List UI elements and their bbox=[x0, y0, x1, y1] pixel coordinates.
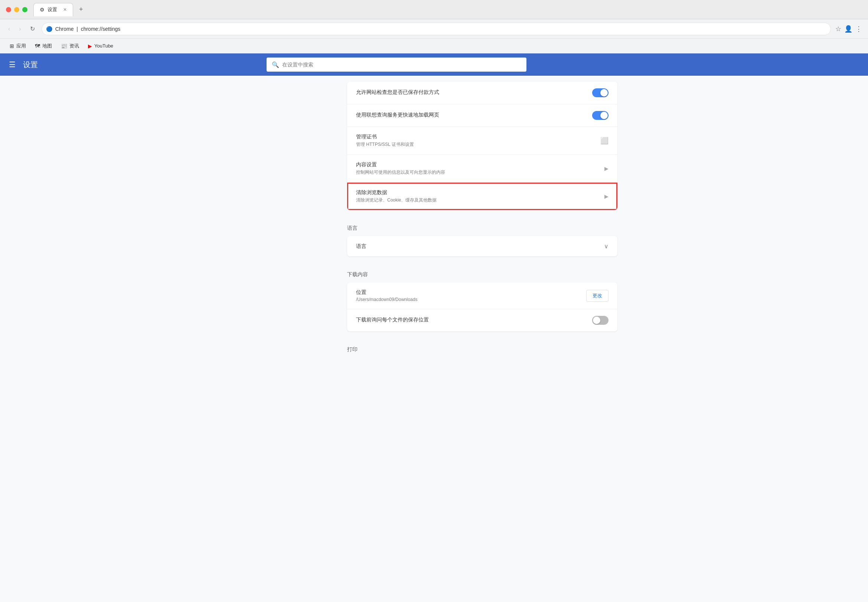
ask-download-row[interactable]: 下载前询问每个文件的保存位置 bbox=[347, 309, 618, 332]
change-location-button[interactable]: 更改 bbox=[586, 290, 608, 302]
download-location-path: /Users/macdown09/Downloads bbox=[356, 297, 586, 302]
window-controls bbox=[6, 7, 28, 12]
download-location-title: 位置 bbox=[356, 289, 586, 296]
print-section-label: 打印 bbox=[347, 337, 618, 356]
certs-row[interactable]: 管理证书 管理 HTTPS/SSL 证书和设置 ⬜ bbox=[347, 127, 618, 155]
ask-download-toggle-thumb bbox=[593, 316, 600, 324]
active-tab[interactable]: ⚙ 设置 ✕ bbox=[34, 3, 73, 16]
youtube-icon: ▶ bbox=[88, 43, 92, 49]
download-location-action: 更改 bbox=[586, 290, 608, 302]
payment-title: 允许网站检查您是否已保存付款方式 bbox=[356, 89, 592, 96]
close-button[interactable] bbox=[6, 7, 11, 12]
clear-chevron-icon: ▶ bbox=[604, 194, 608, 199]
site-icon: 🔵 bbox=[46, 26, 52, 32]
external-link-icon: ⬜ bbox=[600, 137, 608, 145]
language-card: 语言 ∨ bbox=[347, 236, 618, 256]
payment-text: 允许网站检查您是否已保存付款方式 bbox=[356, 89, 592, 97]
minimize-button[interactable] bbox=[14, 7, 19, 12]
download-location-row[interactable]: 位置 /Users/macdown09/Downloads 更改 bbox=[347, 283, 618, 309]
certs-subtitle: 管理 HTTPS/SSL 证书和设置 bbox=[356, 141, 600, 148]
bookmark-apps-label: 应用 bbox=[16, 43, 26, 49]
language-section-label: 语言 bbox=[347, 216, 618, 236]
tab-icon: ⚙ bbox=[40, 7, 45, 12]
settings-container: ☰ 设置 🔍 允许网站检查您是否已保存付款方式 bbox=[0, 54, 868, 602]
settings-body: 允许网站检查您是否已保存付款方式 使用联想查询服务更快速地加载网页 bbox=[0, 76, 868, 602]
download-location-text: 位置 /Users/macdown09/Downloads bbox=[356, 289, 586, 302]
bookmark-news[interactable]: 📰 资讯 bbox=[57, 41, 83, 51]
bookmark-maps-label: 地图 bbox=[42, 43, 52, 49]
back-button[interactable]: ‹ bbox=[6, 24, 12, 34]
privacy-settings-card: 允许网站检查您是否已保存付款方式 使用联想查询服务更快速地加载网页 bbox=[347, 81, 618, 210]
maximize-button[interactable] bbox=[22, 7, 28, 12]
search-icon: 🔍 bbox=[272, 61, 279, 68]
new-tab-button[interactable]: + bbox=[76, 4, 86, 15]
settings-title: 设置 bbox=[23, 60, 38, 70]
tab-bar: ⚙ 设置 ✕ + bbox=[34, 3, 862, 16]
clear-browsing-title: 清除浏览数据 bbox=[356, 189, 604, 196]
download-card: 位置 /Users/macdown09/Downloads 更改 下载前询问每个… bbox=[347, 283, 618, 332]
bookmark-maps[interactable]: 🗺 地图 bbox=[31, 41, 56, 51]
bookmark-button[interactable]: ☆ bbox=[835, 25, 841, 33]
content-subtitle: 控制网站可使用的信息以及可向您显示的内容 bbox=[356, 169, 604, 175]
prefetch-toggle[interactable] bbox=[592, 111, 608, 120]
settings-search-input[interactable] bbox=[282, 61, 521, 68]
prefetch-text: 使用联想查询服务更快速地加载网页 bbox=[356, 112, 592, 120]
address-bar: ‹ › ↻ 🔵 ☆ 👤 ⋮ bbox=[0, 19, 868, 38]
news-icon: 📰 bbox=[61, 43, 67, 49]
prefetch-toggle-thumb bbox=[600, 112, 608, 119]
ask-download-toggle[interactable] bbox=[592, 316, 608, 325]
settings-main: 允许网站检查您是否已保存付款方式 使用联想查询服务更快速地加载网页 bbox=[97, 76, 868, 602]
settings-search-bar: 🔍 bbox=[267, 58, 527, 72]
maps-icon: 🗺 bbox=[35, 43, 40, 49]
ask-download-text: 下载前询问每个文件的保存位置 bbox=[356, 316, 592, 324]
bookmark-youtube[interactable]: ▶ YouTube bbox=[84, 41, 117, 51]
prefetch-row[interactable]: 使用联想查询服务更快速地加载网页 bbox=[347, 104, 618, 127]
address-wrap: 🔵 bbox=[41, 23, 831, 35]
language-row-action: ∨ bbox=[604, 243, 608, 250]
prefetch-title: 使用联想查询服务更快速地加载网页 bbox=[356, 112, 592, 118]
address-input[interactable] bbox=[41, 23, 831, 35]
bookmarks-bar: ⊞ 应用 🗺 地图 📰 资讯 ▶ YouTube bbox=[0, 38, 868, 54]
ask-download-title: 下载前询问每个文件的保存位置 bbox=[356, 316, 592, 323]
payment-action bbox=[592, 88, 608, 97]
refresh-button[interactable]: ↻ bbox=[28, 24, 37, 34]
content-row[interactable]: 内容设置 控制网站可使用的信息以及可向您显示的内容 ▶ bbox=[347, 155, 618, 183]
clear-browsing-row[interactable]: 清除浏览数据 清除浏览记录、Cookie、缓存及其他数据 ▶ bbox=[347, 183, 618, 210]
profile-button[interactable]: 👤 bbox=[844, 25, 853, 33]
settings-menu-icon[interactable]: ☰ bbox=[9, 60, 15, 69]
payment-toggle-thumb bbox=[600, 89, 608, 97]
download-section-label: 下载内容 bbox=[347, 263, 618, 283]
tab-title: 设置 bbox=[48, 6, 57, 13]
prefetch-action bbox=[592, 111, 608, 120]
language-chevron-icon: ∨ bbox=[604, 243, 608, 250]
apps-icon: ⊞ bbox=[10, 43, 14, 49]
content-text: 内容设置 控制网站可使用的信息以及可向您显示的内容 bbox=[356, 161, 604, 175]
forward-button[interactable]: › bbox=[17, 24, 23, 34]
settings-sidebar bbox=[0, 76, 97, 602]
clear-browsing-subtitle: 清除浏览记录、Cookie、缓存及其他数据 bbox=[356, 197, 604, 203]
bookmark-news-label: 资讯 bbox=[69, 43, 79, 49]
language-row-text: 语言 bbox=[356, 243, 604, 250]
address-actions: ☆ 👤 ⋮ bbox=[835, 25, 862, 33]
language-row[interactable]: 语言 ∨ bbox=[347, 236, 618, 256]
certs-text: 管理证书 管理 HTTPS/SSL 证书和设置 bbox=[356, 134, 600, 148]
title-bar: ⚙ 设置 ✕ + bbox=[0, 0, 868, 19]
ask-download-action bbox=[592, 316, 608, 325]
settings-content: 允许网站检查您是否已保存付款方式 使用联想查询服务更快速地加载网页 bbox=[341, 76, 623, 356]
bookmark-apps[interactable]: ⊞ 应用 bbox=[6, 41, 30, 51]
bookmark-youtube-label: YouTube bbox=[94, 43, 113, 49]
certs-title: 管理证书 bbox=[356, 134, 600, 140]
settings-header: ☰ 设置 🔍 bbox=[0, 54, 868, 76]
certs-action: ⬜ bbox=[600, 137, 608, 145]
content-chevron-icon: ▶ bbox=[604, 166, 608, 172]
content-title: 内容设置 bbox=[356, 161, 604, 168]
clear-browsing-text: 清除浏览数据 清除浏览记录、Cookie、缓存及其他数据 bbox=[356, 189, 604, 203]
menu-button[interactable]: ⋮ bbox=[856, 25, 862, 33]
content-action: ▶ bbox=[604, 166, 608, 172]
clear-browsing-action: ▶ bbox=[604, 194, 608, 199]
payment-toggle[interactable] bbox=[592, 88, 608, 97]
payment-row[interactable]: 允许网站检查您是否已保存付款方式 bbox=[347, 81, 618, 104]
tab-close-button[interactable]: ✕ bbox=[63, 7, 67, 12]
